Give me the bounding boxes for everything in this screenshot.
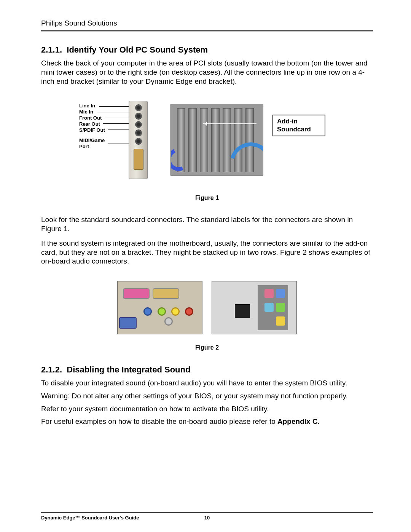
- section-number: 2.1.2.: [41, 365, 62, 374]
- p4-text-a: For useful examples on how to disable th…: [41, 417, 277, 425]
- audio-jack-icon: [185, 307, 193, 316]
- game-port-icon: [153, 288, 179, 299]
- bracket-port-labels: Line In Mic In Front Out Rear Out S/PDIF…: [79, 103, 105, 150]
- audio-jack-icon: [276, 289, 285, 298]
- audio-jack-icon: [171, 307, 180, 316]
- section-212-paragraph-3: Refer to your system documentation on ho…: [41, 404, 373, 414]
- figure-1-caption: Figure 1: [41, 195, 373, 201]
- section-number: 2.1.1.: [41, 45, 62, 54]
- p4-text-c: .: [318, 417, 320, 425]
- callout-line1: Add-in: [277, 118, 298, 125]
- page-footer: Dynamic Edge™ Soundcard User's Guide 10: [41, 512, 373, 521]
- jack-icon: [135, 129, 142, 136]
- page-header: Philips Sound Solutions: [41, 19, 373, 27]
- section-212-paragraph-2: Warning: Do not alter any other settings…: [41, 391, 373, 401]
- paragraph-integrated: If the sound system is integrated on the…: [41, 239, 373, 266]
- audio-jack-icon: [143, 307, 152, 316]
- jack-icon: [135, 113, 142, 120]
- figure-2-caption: Figure 2: [41, 344, 373, 351]
- jack-icon: [135, 121, 142, 128]
- soundcard-bracket-diagram: [129, 101, 148, 179]
- onboard-audio-photo-a: [117, 281, 202, 334]
- jack-icon: [135, 104, 142, 111]
- audio-jack-icon: [158, 307, 166, 316]
- section-heading-211: 2.1.1. Identify Your Old PC Sound System: [41, 45, 373, 55]
- figure-1-area: Line In Mic In Front Out Rear Out S/PDIF…: [41, 101, 373, 185]
- label-front-out: Front Out: [79, 115, 105, 121]
- leader-line: [108, 144, 130, 144]
- section-heading-212: 2.1.2. Disabling the Integrated Sound: [41, 365, 373, 375]
- label-spdif-out: S/PDIF Out: [79, 128, 105, 133]
- usb-port-icon: [235, 304, 250, 318]
- footer-rule: [41, 512, 373, 513]
- midi-port-icon: [134, 149, 143, 170]
- audio-jack-icon: [164, 317, 173, 326]
- audio-jack-icon: [264, 289, 274, 298]
- section-212-paragraph-1: To disable your integrated sound (on-boa…: [41, 379, 373, 388]
- leader-line: [103, 123, 130, 124]
- paragraph-lookfor: Look for the standard soundcard connecto…: [41, 215, 373, 233]
- leader-line: [97, 112, 130, 112]
- header-rule: [41, 30, 373, 32]
- leader-line: [99, 106, 130, 107]
- pc-back-photo: [170, 104, 263, 176]
- section-title: Identify Your Old PC Sound System: [67, 45, 208, 54]
- addin-soundcard-callout: Add-in Soundcard: [272, 115, 325, 136]
- section-title: Disabling the Integrated Sound: [67, 365, 190, 374]
- section-212-paragraph-4: For useful examples on how to disable th…: [41, 417, 373, 426]
- callout-line2: Soundcard: [277, 126, 311, 133]
- footer-title: Dynamic Edge™ Soundcard User's Guide: [41, 515, 139, 521]
- label-port: Port: [79, 144, 105, 150]
- label-midi-game: MIDI/Game: [79, 138, 105, 144]
- arrow-icon: [203, 123, 256, 124]
- leader-line: [105, 118, 130, 118]
- appendix-c-ref: Appendix C: [277, 417, 318, 425]
- audio-jack-icon: [276, 316, 285, 326]
- figure-2-area: [41, 281, 373, 334]
- onboard-audio-photo-b: [212, 281, 297, 334]
- parallel-port-icon: [123, 288, 150, 299]
- audio-jack-icon: [276, 303, 285, 312]
- audio-jack-icon: [264, 303, 274, 312]
- label-rear-out: Rear Out: [79, 121, 105, 127]
- section-211-paragraph-1: Check the back of your computer in the a…: [41, 59, 373, 86]
- leader-line: [108, 129, 130, 129]
- footer-page-number: 10: [204, 515, 210, 521]
- jack-icon: [135, 138, 142, 145]
- vga-port-icon: [119, 317, 137, 329]
